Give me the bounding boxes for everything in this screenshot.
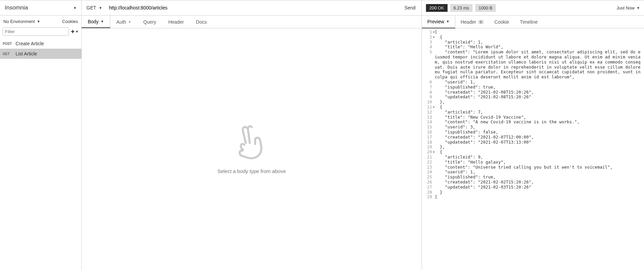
environment-label: No Environment <box>3 19 35 24</box>
code-text: "articleid": 1, <box>435 40 644 45</box>
tab-header[interactable]: Header <box>162 16 190 28</box>
code-line: 29] <box>422 195 644 200</box>
line-number: 24 <box>422 170 435 175</box>
fold-icon[interactable]: ▼ <box>433 105 435 110</box>
code-line: 14 "content": "A new Covid-19 vaccine is… <box>422 120 644 125</box>
request-pane: GET ▼ Send Body ▼ Auth ▼ Query Header Do… <box>82 0 422 270</box>
code-line: 2▼ { <box>422 35 644 40</box>
tab-query[interactable]: Query <box>137 16 162 28</box>
code-line: 28 } <box>422 190 644 195</box>
line-number: 5 <box>422 50 435 80</box>
plus-icon: ✚ <box>71 29 75 34</box>
code-line: 18 "updatedat": "2021-02-07T13:13:00" <box>422 140 644 145</box>
code-line: 17 "createdat": "2021-02-07T12:00:00", <box>422 135 644 140</box>
sidebar: Insomnia ▼ No Environment ▼ Cookies ✚ ▼ … <box>0 0 82 270</box>
code-line: 19 }, <box>422 145 644 150</box>
code-text: "articleid": 9, <box>435 155 644 160</box>
send-button[interactable]: Send <box>398 0 422 15</box>
caret-down-icon: ▼ <box>99 6 102 10</box>
line-number: 6 <box>422 80 435 85</box>
code-text: "updatedat": "2021-02-08T15:20:26" <box>435 95 644 100</box>
request-tabs: Body ▼ Auth ▼ Query Header Docs <box>82 16 422 28</box>
caret-down-icon: ▼ <box>128 20 131 24</box>
history-selector[interactable]: Just Now ▼ <box>617 5 640 10</box>
code-line: 16 "ispublished": false, <box>422 130 644 135</box>
line-number: 26 <box>422 180 435 185</box>
body-placeholder-text: Select a body type from above <box>217 168 286 174</box>
fold-icon[interactable]: ▼ <box>433 30 435 35</box>
fold-icon[interactable]: ▼ <box>433 150 435 155</box>
method-selector[interactable]: GET ▼ <box>82 0 107 15</box>
code-text: [ <box>435 30 644 35</box>
code-line: 5 "content": "Lorem ipsum dolor sit amet… <box>422 50 644 80</box>
caret-down-icon: ▼ <box>37 20 40 23</box>
caret-down-icon: ▼ <box>637 6 640 10</box>
line-number: 11▼ <box>422 105 435 110</box>
response-pane: 200OK 6.23 ms 1000 B Just Now ▼ Preview … <box>422 0 644 270</box>
code-text: { <box>435 35 644 40</box>
request-item-list-article[interactable]: GET List Article <box>0 49 81 59</box>
status-badge: 200OK <box>426 4 448 12</box>
tab-response-header[interactable]: Header 6 <box>455 16 489 28</box>
tab-timeline[interactable]: Timeline <box>514 16 543 28</box>
time-badge: 6.23 ms <box>450 4 473 12</box>
line-number: 8 <box>422 90 435 95</box>
code-text: "userid": 1, <box>435 80 644 85</box>
code-text: { <box>435 105 644 110</box>
tab-docs[interactable]: Docs <box>190 16 213 28</box>
tab-label: Preview <box>427 19 444 24</box>
code-text: "ispublished": true, <box>435 85 644 90</box>
code-line: 23 "content": "Universe tried calling yo… <box>422 165 644 170</box>
request-item-create-article[interactable]: POST Create Article <box>0 39 81 49</box>
line-number: 27 <box>422 185 435 190</box>
code-text: "createdat": "2021-02-08T15:20:26", <box>435 90 644 95</box>
caret-down-icon: ▼ <box>101 20 104 23</box>
tab-label: Body <box>88 19 99 24</box>
response-status-bar: 200OK 6.23 ms 1000 B Just Now ▼ <box>422 0 644 16</box>
code-line: 27 "updatedat": "2021-02-03T15:20:26" <box>422 185 644 190</box>
code-line: 7 "ispublished": true, <box>422 85 644 90</box>
line-number: 16 <box>422 130 435 135</box>
code-text: "title": "New Covid-19 Vaccine", <box>435 115 644 120</box>
code-text: "title": "Hello World", <box>435 45 644 50</box>
request-method: GET <box>3 52 12 56</box>
code-text: ] <box>435 195 644 200</box>
cookies-button[interactable]: Cookies <box>62 19 78 24</box>
url-bar: GET ▼ Send <box>82 0 422 16</box>
code-text: "content": "Lorem ipsum dolor sit amet, … <box>435 50 644 80</box>
request-body-area: Select a body type from above <box>82 28 422 270</box>
tab-preview[interactable]: Preview ▼ <box>422 16 455 28</box>
filter-input[interactable] <box>3 27 69 36</box>
add-request-button[interactable]: ✚ ▼ <box>71 29 79 34</box>
tab-auth[interactable]: Auth ▼ <box>110 16 137 28</box>
url-input[interactable] <box>107 5 399 10</box>
code-text: "createdat": "2021-02-07T12:00:00", <box>435 135 644 140</box>
status-code: 200 <box>429 5 437 10</box>
tab-cookie[interactable]: Cookie <box>489 16 515 28</box>
tab-label: Auth <box>116 19 126 25</box>
code-line: 8 "createdat": "2021-02-08T15:20:26", <box>422 90 644 95</box>
code-line: 6 "userid": 1, <box>422 80 644 85</box>
code-line: 10 }, <box>422 100 644 105</box>
line-number: 17 <box>422 135 435 140</box>
size-badge: 1000 B <box>475 4 496 12</box>
code-line: 22 "title": "Hello galaxy", <box>422 160 644 165</box>
header-count-badge: 6 <box>478 20 484 24</box>
status-text: OK <box>438 5 444 10</box>
tab-body[interactable]: Body ▼ <box>82 16 110 28</box>
line-number: 13 <box>422 115 435 120</box>
fold-icon[interactable]: ▼ <box>433 35 435 40</box>
code-text: }, <box>435 100 644 105</box>
code-text: "userid": 1, <box>435 170 644 175</box>
line-number: 22 <box>422 160 435 165</box>
code-text: "updatedat": "2021-02-07T13:13:00" <box>435 140 644 145</box>
response-body[interactable]: 1▼[2▼ {3 "articleid": 1,4 "title": "Hell… <box>422 28 644 270</box>
code-line: 24 "userid": 1, <box>422 170 644 175</box>
environment-selector[interactable]: No Environment ▼ <box>3 19 40 24</box>
code-text: "createdat": "2021-02-02T15:20:26", <box>435 180 644 185</box>
workspace-selector[interactable]: Insomnia ▼ <box>0 0 81 16</box>
timestamp-label: Just Now <box>617 5 635 10</box>
response-tabs: Preview ▼ Header 6 Cookie Timeline <box>422 16 644 28</box>
line-number: 9 <box>422 95 435 100</box>
line-number: 25 <box>422 175 435 180</box>
